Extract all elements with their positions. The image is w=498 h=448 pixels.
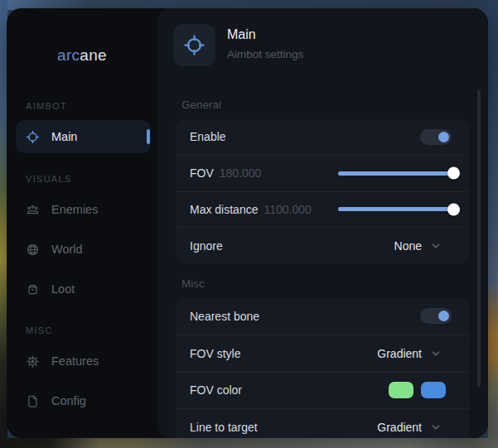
globe-icon xyxy=(26,243,40,257)
setting-label: Ignore xyxy=(190,239,223,253)
game-background-right xyxy=(488,0,498,448)
sidebar-item-label: Loot xyxy=(51,282,75,296)
setting-label: Nearest bone xyxy=(190,310,259,323)
general-card: Enable FOV 180.000 Max distance 1100.000… xyxy=(176,119,469,263)
gear-icon xyxy=(26,354,40,369)
slider-knob[interactable] xyxy=(447,167,460,180)
setting-label: FOV xyxy=(190,166,214,180)
file-icon xyxy=(26,394,40,408)
sidebar-item-label: Features xyxy=(51,354,99,368)
dropdown-value: Gradient xyxy=(377,421,422,434)
chevron-down-icon xyxy=(431,422,441,432)
nav-section-misc: MISC xyxy=(26,325,157,335)
crosshair-icon xyxy=(183,34,205,56)
setting-row-nearest-bone: Nearest bone xyxy=(176,298,469,335)
sidebar-item-config[interactable]: Config xyxy=(16,384,151,417)
setting-label: Enable xyxy=(190,130,226,143)
misc-card: Nearest bone FOV style Gradient FOV colo… xyxy=(176,298,469,438)
toggle-knob[interactable] xyxy=(438,311,449,321)
loot-box-icon xyxy=(26,282,40,296)
sidebar-item-features[interactable]: Features xyxy=(16,344,151,378)
setting-label: Line to target xyxy=(190,421,258,434)
chevron-down-icon xyxy=(431,241,441,251)
color-swatch-green[interactable] xyxy=(389,382,413,398)
sidebar-item-world[interactable]: World xyxy=(16,233,151,266)
setting-row-fov-style: FOV style Gradient xyxy=(176,335,469,372)
people-icon xyxy=(26,203,40,217)
nearest-bone-toggle[interactable] xyxy=(420,308,452,324)
color-swatch-blue[interactable] xyxy=(421,382,446,398)
setting-row-ignore: Ignore None xyxy=(176,227,469,263)
sidebar-item-label: Config xyxy=(51,394,86,407)
fov-style-dropdown[interactable]: Gradient xyxy=(377,347,441,360)
page-subtitle: Aimbot settings xyxy=(227,48,303,60)
sidebar-item-label: Enemies xyxy=(51,203,98,216)
header-text: Main Aimbot settings xyxy=(227,24,303,66)
ignore-dropdown[interactable]: None xyxy=(394,239,441,253)
setting-value: 1100.000 xyxy=(264,203,311,216)
setting-row-fov: FOV 180.000 xyxy=(176,155,469,191)
setting-row-line-to-target: Line to target Gradient xyxy=(176,408,469,438)
line-to-target-dropdown[interactable]: Gradient xyxy=(377,421,441,434)
dropdown-value: Gradient xyxy=(377,347,422,360)
fov-slider[interactable] xyxy=(338,171,458,176)
active-indicator xyxy=(147,129,150,144)
page-header: Main Aimbot settings xyxy=(173,24,303,66)
chevron-down-icon xyxy=(431,349,441,359)
logo-accent: arc xyxy=(57,46,80,64)
setting-label: FOV color xyxy=(190,383,242,397)
game-background-ground xyxy=(0,438,498,448)
enable-toggle[interactable] xyxy=(420,129,452,145)
slider-knob[interactable] xyxy=(447,203,460,215)
header-icon-tile xyxy=(173,24,215,66)
page-title: Main xyxy=(227,27,303,42)
sidebar-item-label: Main xyxy=(51,130,77,143)
crosshair-icon xyxy=(26,130,40,144)
dropdown-value: None xyxy=(394,239,422,253)
setting-label: Max distance xyxy=(190,203,258,216)
nav-section-aimbot: AIMBOT xyxy=(26,101,157,111)
scrollbar[interactable] xyxy=(477,89,481,387)
section-label-misc: Misc xyxy=(181,277,205,290)
setting-row-max-distance: Max distance 1100.000 xyxy=(176,191,469,228)
sidebar: arcane AIMBOT Main VISUALS Enemies xyxy=(7,8,157,438)
sidebar-nav: AIMBOT Main VISUALS Enemies xyxy=(7,101,157,417)
setting-row-enable: Enable xyxy=(176,119,469,155)
max-distance-slider[interactable] xyxy=(338,207,458,211)
logo-rest: ane xyxy=(80,46,107,64)
arcane-logo: arcane xyxy=(7,46,157,65)
setting-label: FOV style xyxy=(190,347,240,360)
content-panel: Main Aimbot settings General Enable FOV … xyxy=(157,8,488,438)
setting-value: 180.000 xyxy=(220,166,262,180)
nav-section-visuals: VISUALS xyxy=(26,174,157,184)
sidebar-item-label: World xyxy=(51,243,83,256)
sidebar-item-loot[interactable]: Loot xyxy=(16,272,151,306)
arcane-menu-window: arcane AIMBOT Main VISUALS Enemies xyxy=(7,8,488,438)
sidebar-item-main[interactable]: Main xyxy=(16,120,151,153)
section-label-general: General xyxy=(181,99,221,111)
setting-row-fov-color: FOV color xyxy=(176,372,469,409)
sidebar-item-enemies[interactable]: Enemies xyxy=(16,193,151,226)
toggle-knob[interactable] xyxy=(438,132,449,142)
color-swatches xyxy=(389,382,446,398)
